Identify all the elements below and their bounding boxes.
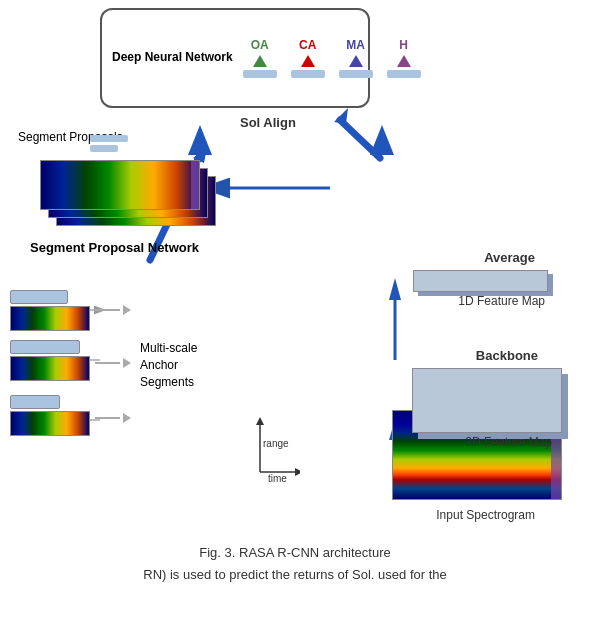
- spec-gradient-front: [41, 161, 199, 209]
- anchor-group-3: [10, 395, 90, 436]
- anchor-bar-1a: [10, 290, 68, 304]
- feature-map-2d-label: 2D Feature Map: [465, 435, 552, 449]
- label-h: H: [399, 38, 408, 52]
- arrow-oa: [253, 55, 267, 67]
- sp-bar-2: [90, 145, 118, 152]
- nn-outputs: OA CA MA H: [243, 38, 421, 78]
- anchor-spec-2: [10, 356, 90, 381]
- feature-map-1d: [413, 270, 548, 292]
- bottom-text: RN) is used to predict the returns of So…: [0, 567, 590, 582]
- svg-text:range: range: [263, 438, 289, 449]
- diagram-container: Deep Neural Network OA CA MA H: [0, 0, 590, 590]
- neural-network-box: Deep Neural Network OA CA MA H: [100, 8, 370, 108]
- bar-ca: [291, 70, 325, 78]
- arrow-up-2d-to-1d: [389, 278, 401, 300]
- output-ma: MA: [339, 38, 373, 78]
- anchor-group-2: [10, 340, 90, 381]
- backbone-label: Backbone: [476, 348, 538, 363]
- svg-text:time: time: [268, 473, 287, 482]
- output-oa: OA: [243, 38, 277, 78]
- input-spectrogram-label: Input Spectrogram: [436, 508, 535, 522]
- bar-oa: [243, 70, 277, 78]
- svg-line-6: [340, 120, 380, 158]
- anchor-spec-1: [10, 306, 90, 331]
- purple-bar: [191, 161, 199, 209]
- arrow-ma: [349, 55, 363, 67]
- arrow-group-1: [95, 305, 131, 315]
- arrow-ca: [301, 55, 315, 67]
- multi-scale-label: Multi-scaleAnchorSegments: [140, 340, 197, 390]
- spec-card-front: [40, 160, 200, 210]
- svg-marker-14: [295, 468, 300, 476]
- axis-area: range time: [250, 417, 300, 485]
- arrow-group-3: [95, 413, 131, 423]
- output-ca: CA: [291, 38, 325, 78]
- anchor-bar-3a: [10, 395, 60, 409]
- anchor-spec-3: [10, 411, 90, 436]
- segment-proposal-bars: [90, 135, 128, 152]
- output-h: H: [387, 38, 421, 78]
- label-ca: CA: [299, 38, 316, 52]
- label-ma: MA: [346, 38, 365, 52]
- anchor-bar-2a: [10, 340, 80, 354]
- bar-h: [387, 70, 421, 78]
- axis-svg: range time: [250, 417, 300, 482]
- sp-bar-1: [90, 135, 128, 142]
- arrow-h: [397, 55, 411, 67]
- feature-map-1d-label: 1D Feature Map: [458, 294, 545, 308]
- svg-marker-12: [256, 417, 264, 425]
- caption: Fig. 3. RASA R-CNN architecture: [0, 545, 590, 560]
- big-arrow-diagonal-right: [334, 108, 348, 124]
- label-oa: OA: [251, 38, 269, 52]
- arrow-up-left-segment: [188, 125, 212, 155]
- anchor-group-1: [10, 290, 90, 331]
- average-label: Average: [484, 250, 535, 265]
- bar-ma: [339, 70, 373, 78]
- arrow-up-right-feature: [370, 125, 394, 155]
- sol-align-label: Sol Align: [240, 115, 296, 130]
- spn-label: Segment Proposal Network: [30, 240, 199, 257]
- feature-map-2d: [412, 368, 562, 433]
- arrow-group-2: [95, 358, 131, 368]
- nn-title: Deep Neural Network: [112, 50, 233, 66]
